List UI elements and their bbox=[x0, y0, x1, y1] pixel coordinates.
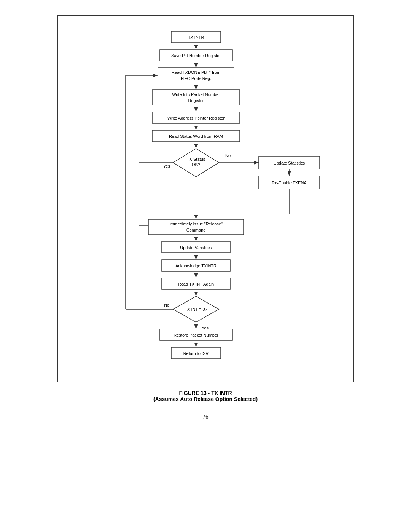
figure-caption: FIGURE 13 - TX INTR (Assumes Auto Releas… bbox=[153, 390, 258, 402]
flowchart-svg: TX INTR Save Pkt Number Register Read TX… bbox=[68, 27, 342, 370]
return-isr-label: Return to ISR bbox=[183, 351, 209, 356]
update-vars-label: Update Variables bbox=[180, 245, 212, 250]
update-stats-label: Update Statistics bbox=[274, 161, 305, 165]
tx-status-label1: TX Status bbox=[187, 157, 206, 161]
no-label-2: No bbox=[164, 303, 169, 307]
write-pkt-label2: Register bbox=[188, 98, 204, 103]
no-label-1: No bbox=[225, 153, 231, 158]
diagram-border: TX INTR Save Pkt Number Register Read TX… bbox=[57, 15, 354, 382]
restore-pkt-label: Restore Packet Number bbox=[174, 333, 218, 337]
read-txdone-label1: Read TXDONE Pkt # from bbox=[172, 70, 220, 75]
write-addr-label: Write Address Pointer Register bbox=[167, 116, 225, 120]
page-container: TX INTR Save Pkt Number Register Read TX… bbox=[34, 15, 377, 420]
write-pkt-label1: Write Into Packet Number bbox=[172, 92, 220, 97]
tx-status-label2: OK? bbox=[192, 162, 200, 167]
yes-label-1: Yes bbox=[163, 164, 170, 168]
issue-release-label2: Command bbox=[186, 228, 206, 232]
read-tx-int-label: Read TX INT Again bbox=[178, 282, 214, 286]
tx-int-label: TX INT = 0? bbox=[185, 307, 207, 312]
figure-title: FIGURE 13 - TX INTR bbox=[153, 390, 258, 396]
figure-subtitle: (Assumes Auto Release Option Selected) bbox=[153, 396, 258, 402]
save-pkt-label: Save Pkt Number Register bbox=[171, 53, 221, 58]
re-enable-label: Re-Enable TXENA bbox=[272, 181, 307, 185]
read-status-label: Read Status Word from RAM bbox=[169, 134, 223, 139]
page-number: 76 bbox=[202, 414, 209, 420]
issue-release-label1: Immediately Issue "Release" bbox=[169, 222, 223, 226]
acknowledge-label: Acknowledge TXINTR bbox=[175, 264, 217, 268]
read-txdone-label2: FIFO Ports Reg. bbox=[181, 76, 211, 81]
tx-intr-label: TX INTR bbox=[188, 35, 204, 40]
